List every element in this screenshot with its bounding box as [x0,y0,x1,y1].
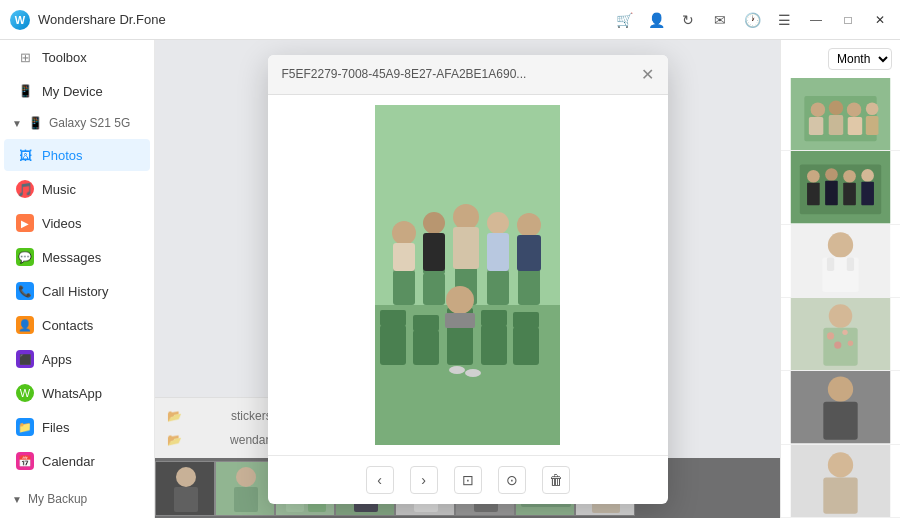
thumb-img-4 [781,298,900,370]
sidebar-item-messages-label: Messages [42,250,101,265]
sidebar-item-apps[interactable]: ⬛ Apps [4,343,150,375]
mail-icon[interactable]: ✉ [710,10,730,30]
app-title: Wondershare Dr.Fone [38,12,614,27]
svg-point-3 [829,101,843,115]
svg-rect-41 [393,270,415,305]
sidebar-item-videos-label: Videos [42,216,82,231]
messages-icon: 💬 [16,248,34,266]
thumbnail-4[interactable] [781,298,900,371]
copy-button[interactable]: ⊡ [454,466,482,494]
next-button[interactable]: › [410,466,438,494]
svg-rect-24 [847,257,854,271]
svg-point-4 [847,102,861,116]
modal-close-button[interactable]: ✕ [641,65,654,84]
sidebar-item-calendar-label: Calendar [42,454,95,469]
sidebar-item-music-label: Music [42,182,76,197]
thumbnail-3[interactable] [781,225,900,298]
sidebar-item-call-history-label: Call History [42,284,108,299]
modal-navigation: ‹ › ⊡ ⊙ 🗑 [268,455,668,504]
svg-rect-69 [513,327,539,365]
sidebar-item-files[interactable]: 📁 Files [4,411,150,443]
sidebar-item-music[interactable]: 🎵 Music [4,173,150,205]
svg-point-73 [449,366,465,374]
thumbnail-2[interactable] [781,151,900,224]
sidebar-item-files-label: Files [42,420,69,435]
svg-rect-47 [487,270,509,305]
svg-rect-61 [380,325,406,365]
main-photo [375,105,560,445]
svg-rect-49 [518,268,540,305]
svg-rect-6 [809,117,823,135]
photos-icon: 🖼 [16,146,34,164]
svg-rect-64 [413,315,439,331]
month-select[interactable]: Month Day Year [828,48,892,70]
prev-button[interactable]: ‹ [366,466,394,494]
svg-point-15 [861,169,874,182]
svg-rect-43 [423,273,445,305]
svg-rect-68 [481,310,507,326]
svg-rect-54 [423,233,445,271]
svg-rect-65 [447,323,473,365]
svg-rect-37 [823,477,857,513]
history-icon[interactable]: 🕐 [742,10,762,30]
sidebar-item-my-device-label: My Device [42,84,103,99]
toolbox-icon: ⊞ [16,48,34,66]
svg-point-71 [446,286,474,314]
sidebar-item-call-history[interactable]: 📞 Call History [4,275,150,307]
svg-rect-17 [825,181,838,205]
svg-rect-19 [861,182,874,206]
thumb-img-5 [781,371,900,443]
logo-letter: W [15,14,25,26]
sidebar-item-apps-label: Apps [42,352,72,367]
modal-filename: F5EF2279-7008-45A9-8E27-AFA2BE1A690... [282,67,527,81]
svg-point-5 [866,102,879,115]
apps-icon: ⬛ [16,350,34,368]
maximize-button[interactable]: □ [838,10,858,30]
sidebar-item-whatsapp-label: WhatsApp [42,386,102,401]
sidebar-item-calendar[interactable]: 📅 Calendar [4,445,150,477]
minimize-button[interactable]: — [806,10,826,30]
svg-rect-72 [445,313,475,328]
zoom-button[interactable]: ⊙ [498,466,526,494]
cart-icon[interactable]: 🛒 [614,10,634,30]
sidebar-item-contacts[interactable]: 👤 Contacts [4,309,150,341]
content-area: Month Day Year [155,40,900,518]
svg-rect-70 [513,312,539,328]
thumbnail-5[interactable] [781,371,900,444]
sidebar-backup-section[interactable]: ▼ My Backup [0,484,154,514]
thumbnail-6[interactable] [781,445,900,518]
sidebar-item-photos-label: Photos [42,148,82,163]
sidebar-item-videos[interactable]: ▶ Videos [4,207,150,239]
thumbnail-1[interactable] [781,78,900,151]
svg-rect-60 [517,235,541,271]
close-button[interactable]: ✕ [870,10,890,30]
sidebar-item-whatsapp[interactable]: W WhatsApp [4,377,150,409]
caret-down-icon: ▼ [12,118,22,129]
svg-point-14 [843,170,856,183]
device-name: Galaxy S21 5G [49,116,130,130]
sidebar-item-messages[interactable]: 💬 Messages [4,241,150,273]
svg-point-30 [834,341,841,348]
svg-point-31 [848,340,853,345]
svg-rect-58 [487,233,509,271]
svg-rect-62 [380,310,406,326]
titlebar: W Wondershare Dr.Fone 🛒 👤 ↻ ✉ 🕐 ☰ — □ ✕ [0,0,900,40]
refresh-icon[interactable]: ↻ [678,10,698,30]
calendar-icon: 📅 [16,452,34,470]
device-icon: 📱 [28,116,43,130]
sidebar-device-section[interactable]: ▼ 📱 Galaxy S21 5G [0,108,154,138]
menu-icon[interactable]: ☰ [774,10,794,30]
svg-rect-18 [843,183,856,206]
thumb-img-1 [781,78,900,150]
delete-button[interactable]: 🗑 [542,466,570,494]
music-icon: 🎵 [16,180,34,198]
main-layout: ⊞ Toolbox 📱 My Device ▼ 📱 Galaxy S21 5G … [0,40,900,518]
thumb-img-3 [781,225,900,297]
videos-icon: ▶ [16,214,34,232]
svg-rect-23 [827,257,834,271]
user-icon[interactable]: 👤 [646,10,666,30]
sidebar-item-photos[interactable]: 🖼 Photos [4,139,150,171]
svg-point-57 [487,212,509,234]
sidebar-item-toolbox[interactable]: ⊞ Toolbox [4,41,150,73]
sidebar-item-my-device[interactable]: 📱 My Device [4,75,150,107]
